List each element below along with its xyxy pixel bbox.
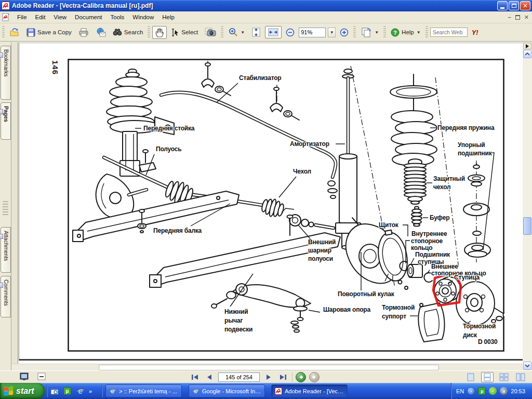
- toolbar-grip[interactable]: [2, 26, 5, 38]
- quick-launch-overflow-chevron[interactable]: »: [89, 388, 92, 394]
- previous-view-button[interactable]: [296, 372, 306, 382]
- email-button[interactable]: [93, 26, 109, 38]
- diagram-label: рычаг: [224, 317, 243, 324]
- tab-bookmarks[interactable]: Bookmarks: [1, 46, 11, 100]
- facing-layout-button[interactable]: [498, 372, 510, 382]
- scroll-up-button[interactable]: [523, 50, 531, 58]
- search-button[interactable]: Search: [110, 26, 145, 38]
- hide-tray-icons-chevron[interactable]: ‹: [467, 387, 475, 395]
- title-bar: Adobe Reader - [Vectra-Calibra manual [r…: [0, 0, 532, 11]
- taskbar-window-adobe-reader[interactable]: Adobe Reader - [Vect...: [271, 384, 348, 397]
- continuous-layout-button[interactable]: [481, 372, 494, 382]
- zoom-in-button[interactable]: [337, 26, 351, 38]
- fit-page-button[interactable]: [249, 25, 263, 39]
- email-icon: [96, 28, 106, 37]
- restore-button[interactable]: [509, 1, 519, 10]
- restore-icon: [512, 4, 516, 8]
- dropdown-caret-icon: ▼: [417, 30, 421, 35]
- document-pane[interactable]: 146: [11, 42, 523, 364]
- menu-item-tools[interactable]: Tools: [107, 12, 129, 22]
- zoom-out-button[interactable]: [283, 26, 297, 38]
- toolbar-grip[interactable]: [221, 26, 223, 38]
- yahoo-icon[interactable]: Y!: [472, 29, 478, 36]
- zoom-in-icon: [340, 28, 349, 37]
- tab-comments[interactable]: Comments: [1, 276, 11, 317]
- next-page-button[interactable]: [263, 373, 274, 382]
- expand-pane-button[interactable]: [523, 43, 531, 49]
- search-web-input[interactable]: [430, 28, 468, 37]
- menu-item-edit[interactable]: Edit: [31, 12, 50, 22]
- page-indicator-field[interactable]: [218, 373, 260, 382]
- select-label: Select: [181, 29, 198, 35]
- diagram-label: D 0030: [478, 338, 498, 345]
- menu-item-window[interactable]: Window: [128, 12, 158, 22]
- zoom-tool-button[interactable]: ▼: [225, 26, 247, 38]
- child-minimize-icon[interactable]: –: [508, 15, 511, 20]
- snapshot-button[interactable]: [202, 26, 219, 38]
- vertical-scrollbar[interactable]: [523, 42, 532, 370]
- select-tool-button[interactable]: Select: [168, 26, 201, 38]
- zoom-dropdown-caret[interactable]: ▼: [328, 28, 336, 37]
- taskbar-window-ie-forum[interactable]: e > :: Peržiūrėti temą - ...: [105, 384, 182, 397]
- horizontal-scroll-thumb[interactable]: [99, 365, 439, 370]
- menu-item-document[interactable]: Document: [71, 12, 106, 22]
- vertical-scroll-thumb[interactable]: [523, 217, 531, 235]
- previous-page-button[interactable]: [204, 373, 215, 382]
- last-page-button[interactable]: [277, 373, 289, 382]
- minimize-button[interactable]: [497, 1, 508, 10]
- page-layout-buttons: [464, 372, 527, 382]
- menu-item-help[interactable]: Help: [158, 12, 179, 22]
- collapse-status-icon[interactable]: [37, 373, 46, 381]
- child-close-icon[interactable]: ✕: [524, 15, 529, 20]
- app-window-icon[interactable]: [50, 387, 59, 395]
- scroll-down-button[interactable]: [523, 362, 531, 370]
- save-a-copy-button[interactable]: Save a Copy: [24, 26, 74, 38]
- language-indicator[interactable]: EN: [456, 388, 464, 394]
- tab-comments-label: Comments: [3, 280, 9, 306]
- first-page-icon: [191, 374, 198, 380]
- continuous-facing-layout-button[interactable]: [514, 372, 527, 382]
- taskbar-clock[interactable]: 20:53: [511, 388, 525, 394]
- start-button[interactable]: start: [0, 383, 45, 399]
- single-page-layout-button[interactable]: [464, 372, 477, 382]
- taskbar-window-ie-google[interactable]: e Google - Microsoft Int...: [189, 384, 265, 397]
- avast-tray-icon[interactable]: a: [500, 387, 508, 395]
- pane-resize-handle[interactable]: [3, 201, 8, 217]
- toolbar-grip[interactable]: [148, 26, 150, 38]
- status-bar: [0, 370, 532, 383]
- close-button[interactable]: ✕: [520, 1, 530, 10]
- utorrent-quicklaunch-icon[interactable]: µ: [63, 387, 72, 395]
- dropdown-caret-icon: ▼: [241, 30, 245, 35]
- menu-item-file[interactable]: File: [13, 12, 31, 22]
- horizontal-scrollbar[interactable]: [11, 364, 523, 370]
- utorrent-tray-icon[interactable]: µ: [478, 387, 486, 395]
- tab-attachments[interactable]: Attachments: [1, 227, 11, 273]
- page-display-button[interactable]: ▼: [358, 25, 381, 39]
- window-title: Adobe Reader - [Vectra-Calibra manual [r…: [12, 2, 496, 9]
- hand-tool-button[interactable]: [152, 26, 167, 39]
- last-page-icon: [280, 374, 287, 380]
- fit-height-icon: [251, 27, 261, 37]
- print-button[interactable]: [76, 26, 91, 38]
- internet-explorer-icon: e: [109, 388, 116, 395]
- pdf-page[interactable]: 146: [19, 43, 523, 361]
- fit-width-button[interactable]: [265, 26, 282, 38]
- child-restore-icon[interactable]: [515, 15, 520, 20]
- tab-pages[interactable]: Pages: [1, 102, 11, 140]
- menu-item-view[interactable]: View: [49, 12, 71, 22]
- toolbar-grip[interactable]: [353, 26, 356, 38]
- toolbar-grip[interactable]: [425, 26, 428, 38]
- toolbar-grip[interactable]: [383, 26, 386, 38]
- zoom-level-field[interactable]: [299, 28, 326, 37]
- continuous-page-icon: [483, 373, 491, 381]
- antivirus-check-tray-icon[interactable]: ✓: [489, 387, 497, 395]
- next-view-button[interactable]: [309, 372, 320, 382]
- internet-explorer-icon[interactable]: e: [76, 387, 85, 395]
- document-status-icon[interactable]: [20, 373, 30, 381]
- help-button[interactable]: ? Help ▼: [388, 26, 423, 38]
- first-page-button[interactable]: [189, 373, 201, 382]
- page-gutter: [11, 42, 18, 364]
- diagram-label: Ступица: [454, 274, 480, 281]
- open-button[interactable]: [7, 26, 22, 38]
- diagram-label: Щиток: [379, 221, 399, 229]
